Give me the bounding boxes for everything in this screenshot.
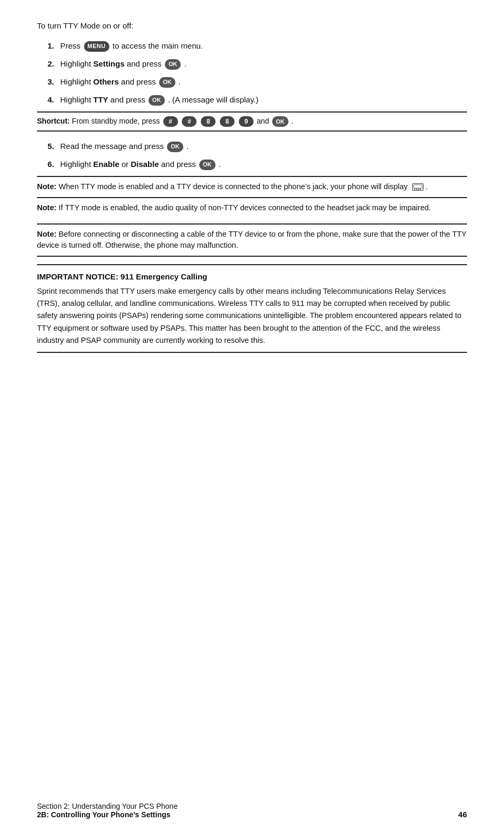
step-6-num: 6. <box>48 160 60 169</box>
step-6-text-before: Highlight <box>60 160 91 169</box>
note-1: Note: When TTY mode is enabled and a TTY… <box>37 176 467 197</box>
shortcut-key-9: 9 <box>239 116 254 127</box>
shortcut-key-hash2: # <box>182 116 197 127</box>
note-2: Note: If TTY mode is enabled, the audio … <box>37 197 467 218</box>
steps-1-4: 1. Press MENU to access the main menu. 2… <box>48 40 467 106</box>
step-3-content: Highlight Others and press OK . <box>60 76 467 88</box>
step-2-content: Highlight Settings and press OK . <box>60 58 467 70</box>
step-5-num: 5. <box>48 142 60 151</box>
step-1-text-after: to access the main menu. <box>113 41 203 50</box>
footer-page: 46 <box>458 810 467 819</box>
important-text: Sprint recommends that TTY users make em… <box>37 285 467 347</box>
steps-5-6: 5. Read the message and press OK . 6. Hi… <box>48 140 467 171</box>
step-6-bold2: Disable <box>130 160 158 169</box>
step-4-text-before: Highlight <box>60 95 91 104</box>
note-2-label: Note: <box>37 203 57 212</box>
note-3-text: Before connecting or disconnecting a cab… <box>37 230 466 250</box>
ok-key-6: OK <box>199 160 216 170</box>
ok-key-3: OK <box>159 77 175 88</box>
shortcut-period: . <box>292 117 294 125</box>
important-title: IMPORTANT NOTICE: 911 Emergency Calling <box>37 270 467 283</box>
intro-text: To turn TTY Mode on or off: <box>37 21 467 30</box>
shortcut-text: From standby mode, press <box>72 117 162 125</box>
shortcut-ok: OK <box>272 116 288 127</box>
step-5-text-before: Read the message and press <box>60 142 164 151</box>
ok-key-2: OK <box>165 59 181 70</box>
step-3: 3. Highlight Others and press OK . <box>48 76 467 88</box>
svg-rect-3 <box>416 189 417 190</box>
step-2-num: 2. <box>48 59 60 68</box>
step-3-num: 3. <box>48 77 60 86</box>
step-4-text-mid: and press <box>110 95 147 104</box>
svg-rect-1 <box>414 185 422 189</box>
step-5: 5. Read the message and press OK . <box>48 140 467 153</box>
step-1: 1. Press MENU to access the main menu. <box>48 40 467 52</box>
step-2-bold: Settings <box>94 59 125 68</box>
footer-section: Section 2: Understanding Your PCS Phone <box>37 802 178 810</box>
footer-left: Section 2: Understanding Your PCS Phone … <box>37 802 178 819</box>
step-1-text-before: Press <box>60 41 80 50</box>
shortcut-key-8b: 8 <box>220 116 235 127</box>
ok-key-5: OK <box>167 142 183 152</box>
note-3: Note: Before connecting or disconnecting… <box>37 223 467 257</box>
step-2-text-mid: and press <box>127 59 164 68</box>
step-2-text-after: . <box>184 59 186 68</box>
svg-rect-5 <box>419 189 421 190</box>
note-1-period: . <box>426 182 428 191</box>
shortcut-key-8a: 8 <box>201 116 216 127</box>
svg-rect-4 <box>418 189 419 190</box>
svg-rect-2 <box>414 189 415 190</box>
step-6-content: Highlight Enable or Disable and press OK… <box>60 158 467 171</box>
step-5-content: Read the message and press OK . <box>60 140 467 153</box>
step-3-bold: Others <box>94 77 119 86</box>
step-6: 6. Highlight Enable or Disable and press… <box>48 158 467 171</box>
step-4-num: 4. <box>48 95 60 104</box>
shortcut-label: Shortcut: <box>37 117 70 125</box>
step-3-text-mid: and press <box>121 77 158 86</box>
step-4-bold: TTY <box>94 95 108 104</box>
ok-key-4: OK <box>148 95 165 106</box>
step-2: 2. Highlight Settings and press OK . <box>48 58 467 70</box>
step-6-or: or <box>122 160 131 169</box>
step-4-content: Highlight TTY and press OK . (A message … <box>60 94 467 106</box>
step-2-text-before: Highlight <box>60 59 91 68</box>
menu-key: MENU <box>84 41 109 52</box>
step-3-text-after: . <box>179 77 181 86</box>
note-2-text: If TTY mode is enabled, the audio qualit… <box>59 203 431 212</box>
shortcut-box: Shortcut: From standby mode, press # # 8… <box>37 111 467 132</box>
step-1-num: 1. <box>48 41 60 50</box>
footer-subsection: 2B: Controlling Your Phone’s Settings <box>37 810 178 819</box>
step-4: 4. Highlight TTY and press OK . (A messa… <box>48 94 467 106</box>
shortcut-key-hash1: # <box>163 116 178 127</box>
step-6-text-after: . <box>219 160 221 169</box>
shortcut-and: and <box>257 117 271 125</box>
step-5-text-after: . <box>186 142 189 151</box>
tty-display-icon <box>412 183 424 191</box>
footer: Section 2: Understanding Your PCS Phone … <box>37 802 467 819</box>
step-6-bold1: Enable <box>94 160 119 169</box>
note-3-label: Note: <box>37 230 57 238</box>
note-1-text: When TTY mode is enabled and a TTY devic… <box>59 182 407 191</box>
step-3-text-before: Highlight <box>60 77 91 86</box>
step-4-text-after: . (A message will display.) <box>168 95 258 104</box>
note-1-label: Note: <box>37 182 57 191</box>
step-6-text-mid: and press <box>161 160 198 169</box>
important-section: IMPORTANT NOTICE: 911 Emergency Calling … <box>37 264 467 353</box>
step-1-content: Press MENU to access the main menu. <box>60 40 467 52</box>
